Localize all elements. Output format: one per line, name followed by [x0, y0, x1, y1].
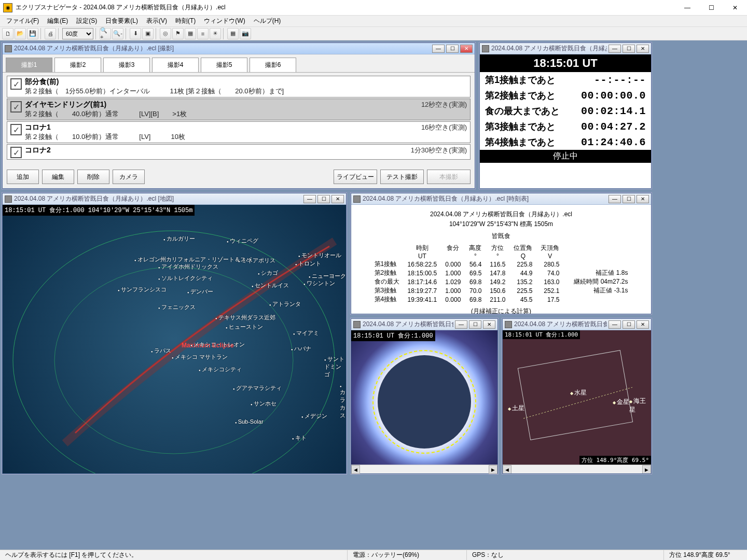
tb-download-icon[interactable]: ⬇ [130, 28, 141, 39]
map-paths: Maximum Eclipse [3, 205, 346, 473]
menu-settings[interactable]: 設定(S) [72, 16, 101, 26]
workspace: 2024.04.08 アメリカ横断皆既日食（月縁あり）.ecl [撮影] — ☐… [0, 40, 747, 550]
sky-scroll[interactable]: ◀▶ [503, 465, 651, 473]
tb-zoomin-icon[interactable]: 🔍+ [100, 28, 111, 39]
tb-corona-icon[interactable]: ☀ [210, 28, 221, 39]
timetable-title: 2024.04.08 アメリカ横断皆既日食（月縁あり）.ecl [時刻表] [363, 194, 607, 203]
countdown-row: 第4接触まであと01:24:40.6 [480, 134, 651, 150]
tb-new-icon[interactable]: 🗋 [2, 28, 13, 39]
close-button[interactable]: ✕ [331, 195, 344, 203]
close-button[interactable]: ✕ [637, 320, 649, 329]
map-city: デンバー [187, 288, 213, 296]
max-button[interactable]: ☐ [622, 195, 635, 203]
map-city: Sub-Solar [235, 418, 264, 425]
sky-canvas[interactable]: 18:15:01 UT 食分:1.000 方位 148.9°高度 69.5° ◀… [503, 330, 651, 473]
max-button[interactable]: ☐ [622, 320, 635, 329]
map-city: モントリオール [298, 251, 341, 259]
min-button[interactable]: — [455, 320, 467, 329]
menu-view[interactable]: 表示(V) [142, 16, 171, 26]
map-city: ヒューストン [226, 323, 263, 331]
tb-camera-icon[interactable]: 📷 [240, 28, 251, 39]
maximize-button[interactable]: ☐ [699, 0, 723, 16]
min-button[interactable]: — [608, 45, 621, 53]
tab-shoot-3[interactable]: 撮影3 [103, 58, 150, 72]
tb-zoomout-icon[interactable]: 🔍- [112, 28, 123, 39]
delete-button[interactable]: 削除 [77, 170, 109, 184]
map-city: メキシコシティ [199, 366, 242, 373]
tt-file: 2024.04.08 アメリカ横断皆既日食（月縁あり）.ecl [355, 210, 647, 219]
tab-shoot-2[interactable]: 撮影2 [54, 58, 101, 72]
tt-kind: 皆既食 [355, 232, 647, 241]
camera-button[interactable]: カメラ [113, 170, 145, 184]
min-button[interactable]: — [303, 195, 316, 203]
menu-help[interactable]: ヘルプ(H) [250, 16, 285, 26]
min-button[interactable]: — [608, 320, 621, 329]
map-city: ニューヨーク [309, 272, 346, 280]
table-icon [353, 195, 361, 203]
map-window: 2024.04.08 アメリカ横断皆既日食（月縁あり）.ecl [地図] — ☐… [2, 193, 347, 474]
close-button[interactable]: ✕ [723, 0, 747, 16]
tb-panel-icon[interactable]: ▣ [142, 28, 154, 39]
tb-print-icon[interactable]: 🖨 [45, 28, 56, 39]
map-city: サンフランシスコ [118, 286, 167, 293]
map-canvas[interactable]: 18:15:01 UT 食分:1.000 104°10'29"W 25°15'4… [3, 205, 346, 473]
close-button[interactable]: ✕ [637, 45, 649, 53]
run-shoot-button[interactable]: 本撮影 [427, 170, 471, 184]
tb-ident-icon[interactable]: ≡ [197, 28, 209, 39]
tb-open-icon[interactable]: 📂 [15, 28, 26, 39]
timetable-body: 2024.04.08 アメリカ横断皆既日食（月縁あり）.ecl 104°10'2… [351, 205, 651, 314]
add-button[interactable]: 追加 [7, 170, 39, 184]
tb-layers-icon[interactable]: ▦ [185, 28, 196, 39]
map-city: ソルトレイクシティ [158, 274, 213, 282]
min-button[interactable]: — [608, 195, 621, 203]
menu-file[interactable]: ファイル(F) [2, 16, 43, 26]
liveview-button[interactable]: ライブビュー [334, 170, 377, 184]
row-checkbox[interactable]: ✓ [10, 124, 22, 135]
row-checkbox[interactable]: ✓ [10, 101, 22, 113]
sun-canvas[interactable]: 18:15:01 UT 食分:1.000 ◀▶ [351, 330, 497, 473]
tab-shoot-1[interactable]: 撮影1 [6, 58, 52, 72]
tab-shoot-4[interactable]: 撮影4 [152, 58, 199, 72]
max-button[interactable]: ☐ [446, 45, 459, 53]
tb-flag-icon[interactable]: ⚑ [172, 28, 184, 39]
max-button[interactable]: ☐ [469, 320, 481, 329]
tb-save-icon[interactable]: 💾 [27, 28, 38, 39]
countdown-row: 第3接触まであと00:04:27.2 [480, 119, 651, 134]
tab-shoot-5[interactable]: 撮影5 [201, 58, 247, 72]
max-button[interactable]: ☐ [317, 195, 330, 203]
menu-edit[interactable]: 編集(E) [43, 16, 72, 26]
menu-eclipse[interactable]: 日食要素(L) [101, 16, 142, 26]
sun-scroll[interactable]: ◀▶ [351, 465, 497, 473]
map-city: カルガリー [163, 235, 195, 243]
map-city: サンホセ [251, 400, 276, 408]
shoot-row[interactable]: ✓ コロナ1第２接触（ 10.0秒前）通常 [LV] 10枚 16秒空き(実測) [7, 121, 471, 143]
close-button[interactable]: ✕ [460, 45, 473, 53]
close-button[interactable]: ✕ [637, 195, 649, 203]
close-button[interactable]: ✕ [483, 320, 495, 329]
menu-time[interactable]: 時刻(T) [171, 16, 200, 26]
tab-shoot-6[interactable]: 撮影6 [250, 58, 296, 72]
min-button[interactable]: — [432, 45, 445, 53]
tb-fov-select[interactable]: 60度 [62, 28, 93, 39]
map-city: アトランタ [269, 300, 301, 308]
max-button[interactable]: ☐ [622, 45, 635, 53]
tt-row: 第4接触19:39:41.10.00069.8211.045.517.5 [370, 295, 632, 304]
test-shoot-button[interactable]: テスト撮影 [380, 170, 424, 184]
tb-target-icon[interactable]: ◎ [160, 28, 171, 39]
minimize-button[interactable]: — [675, 0, 699, 16]
edit-button[interactable]: 編集 [42, 170, 74, 184]
toolbar-1: 🗋 📂 💾 🖨 60度 🔍+ 🔍- ⬇ ▣ ◎ ⚑ ▦ ≡ ☀ ▦ 📷 [0, 27, 747, 40]
tb-grid-icon[interactable]: ▦ [227, 28, 239, 39]
countdown-window: 2024.04.08 アメリカ横断皆既日食（月縁あり）.e... — ☐ ✕ 1… [479, 43, 652, 189]
shoot-row[interactable]: ✓ 部分食(前)第２接触（ 1分55.0秒前）インターバル 11枚 [第２接触（… [7, 76, 471, 97]
row-checkbox[interactable]: ✓ [10, 78, 22, 90]
tt-footer: (月縁補正による計算) [355, 307, 647, 314]
menu-window[interactable]: ウィンドウ(W) [200, 16, 249, 26]
tt-row: 第3接触18:19:27.71.00070.0150.6225.5252.1補正… [370, 286, 632, 295]
row-checkbox[interactable]: ✓ [10, 147, 22, 158]
shoot-tabs: 撮影1 撮影2 撮影3 撮影4 撮影5 撮影6 [3, 54, 475, 73]
shoot-row[interactable]: ✓ ダイヤモンドリング(前1)第２接触（ 40.0秒前）通常 [LV][B] >… [7, 99, 471, 120]
status-azalt: 方位 148.9°高度 69.5° [664, 550, 747, 560]
menubar: ファイル(F) 編集(E) 設定(S) 日食要素(L) 表示(V) 時刻(T) … [0, 16, 747, 27]
shoot-row[interactable]: ✓ コロナ2 1分30秒空き(実測) [7, 144, 471, 160]
